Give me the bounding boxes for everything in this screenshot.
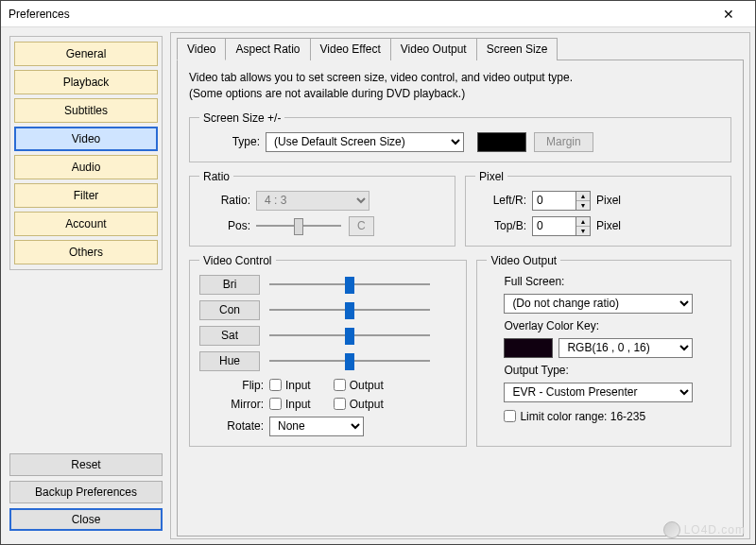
- backup-button[interactable]: Backup Preferences: [9, 481, 163, 503]
- window-title: Preferences: [9, 8, 710, 21]
- close-icon[interactable]: ✕: [710, 7, 747, 22]
- brightness-button[interactable]: Bri: [199, 275, 260, 295]
- contrast-button[interactable]: Con: [199, 300, 260, 320]
- tab-screen-size[interactable]: Screen Size: [476, 38, 558, 60]
- globe-icon: [663, 521, 680, 538]
- legend-ratio: Ratio: [199, 170, 233, 183]
- chevron-down-icon[interactable]: ▼: [576, 201, 590, 210]
- group-video-control: Video Control Bri Con Sat: [189, 254, 467, 447]
- mirror-input-check[interactable]: Input: [269, 398, 311, 411]
- mirror-label: Mirror:: [199, 398, 269, 411]
- hue-slider[interactable]: [269, 351, 430, 370]
- sidebar-nav: General Playback Subtitles Video Audio F…: [9, 36, 163, 270]
- main-panel: Video Aspect Ratio Video Effect Video Ou…: [170, 32, 750, 539]
- sidebar-item-video[interactable]: Video: [14, 127, 158, 151]
- sidebar-bottom: Reset Backup Preferences Close: [9, 448, 163, 536]
- fullscreen-select[interactable]: (Do not change ratio): [504, 294, 693, 314]
- saturation-button[interactable]: Sat: [199, 326, 260, 346]
- tab-video[interactable]: Video: [177, 38, 226, 60]
- screen-size-color-swatch[interactable]: [477, 132, 526, 152]
- rotate-label: Rotate:: [199, 419, 269, 433]
- sidebar-item-audio[interactable]: Audio: [14, 155, 158, 179]
- group-screen-size: Screen Size +/- Type: (Use Default Scree…: [189, 111, 731, 162]
- flip-input-check[interactable]: Input: [269, 379, 311, 392]
- ratio-label: Ratio:: [199, 194, 256, 207]
- intro-text: Video tab allows you to set screen size,…: [189, 70, 731, 102]
- pos-label: Pos:: [199, 219, 256, 232]
- type-label: Type:: [199, 135, 266, 148]
- fullscreen-label: Full Screen:: [504, 275, 564, 288]
- mirror-output-check[interactable]: Output: [334, 398, 384, 411]
- pixel-top-label: Top/B:: [475, 219, 532, 232]
- chevron-up-icon[interactable]: ▲: [576, 192, 590, 201]
- sidebar-item-account[interactable]: Account: [14, 212, 158, 236]
- brightness-slider[interactable]: [269, 275, 430, 294]
- overlay-color-swatch[interactable]: [504, 338, 553, 358]
- ratio-select: 4 : 3: [256, 191, 369, 211]
- legend-video-output: Video Output: [487, 254, 560, 267]
- sidebar-item-playback[interactable]: Playback: [14, 70, 158, 94]
- flip-output-check[interactable]: Output: [334, 379, 384, 392]
- group-ratio: Ratio Ratio: 4 : 3 Pos: C: [189, 170, 455, 247]
- overlay-label: Overlay Color Key:: [504, 319, 599, 332]
- reset-button[interactable]: Reset: [9, 453, 163, 476]
- sidebar-item-subtitles[interactable]: Subtitles: [14, 98, 158, 123]
- pixel-left-label: Left/R:: [475, 194, 532, 207]
- contrast-slider[interactable]: [269, 300, 430, 319]
- pos-center-button: C: [349, 216, 374, 236]
- intro-line2: (Some options are not available during D…: [189, 86, 731, 102]
- screen-size-type-select[interactable]: (Use Default Screen Size): [266, 132, 464, 152]
- tab-video-output[interactable]: Video Output: [390, 38, 477, 60]
- tab-content: Video tab allows you to set screen size,…: [177, 60, 744, 536]
- overlay-select[interactable]: RGB(16 , 0 , 16): [558, 338, 693, 358]
- tab-aspect-ratio[interactable]: Aspect Ratio: [225, 38, 310, 60]
- window-body: General Playback Subtitles Video Audio F…: [1, 27, 755, 544]
- rotate-select[interactable]: None: [269, 417, 364, 436]
- pixel-left-spinner[interactable]: ▲▼: [532, 191, 591, 211]
- flip-label: Flip:: [199, 379, 269, 392]
- preferences-window: Preferences ✕ General Playback Subtitles…: [0, 0, 756, 545]
- sidebar-item-filter[interactable]: Filter: [14, 183, 158, 208]
- margin-button[interactable]: Margin: [534, 132, 593, 152]
- chevron-up-icon[interactable]: ▲: [576, 217, 590, 227]
- legend-screen-size: Screen Size +/-: [199, 111, 284, 125]
- saturation-slider[interactable]: [269, 326, 430, 345]
- sidebar: General Playback Subtitles Video Audio F…: [6, 32, 166, 539]
- sidebar-item-general[interactable]: General: [14, 42, 158, 66]
- output-type-label: Output Type:: [504, 364, 569, 377]
- group-video-output: Video Output Full Screen: (Do not change…: [476, 254, 731, 447]
- legend-video-control: Video Control: [199, 254, 276, 267]
- pixel-top-spinner[interactable]: ▲▼: [532, 216, 591, 236]
- close-button[interactable]: Close: [9, 508, 163, 531]
- pixel-unit: Pixel: [591, 194, 621, 207]
- intro-line1: Video tab allows you to set screen size,…: [189, 70, 731, 86]
- legend-pixel: Pixel: [475, 170, 507, 183]
- sidebar-item-others[interactable]: Others: [14, 240, 158, 264]
- watermark: LO4D.com: [663, 521, 746, 538]
- chevron-down-icon[interactable]: ▼: [576, 227, 590, 235]
- tab-video-effect[interactable]: Video Effect: [310, 38, 391, 60]
- tab-strip: Video Aspect Ratio Video Effect Video Ou…: [177, 37, 749, 60]
- group-pixel: Pixel Left/R: ▲▼ Pixel Top/B:: [465, 170, 731, 247]
- limit-color-range-check[interactable]: Limit color range: 16-235: [504, 410, 645, 423]
- pos-slider: [256, 216, 341, 235]
- titlebar: Preferences ✕: [1, 1, 755, 27]
- output-type-select[interactable]: EVR - Custom Presenter: [504, 383, 693, 402]
- pixel-unit-2: Pixel: [591, 219, 621, 232]
- hue-button[interactable]: Hue: [199, 351, 260, 371]
